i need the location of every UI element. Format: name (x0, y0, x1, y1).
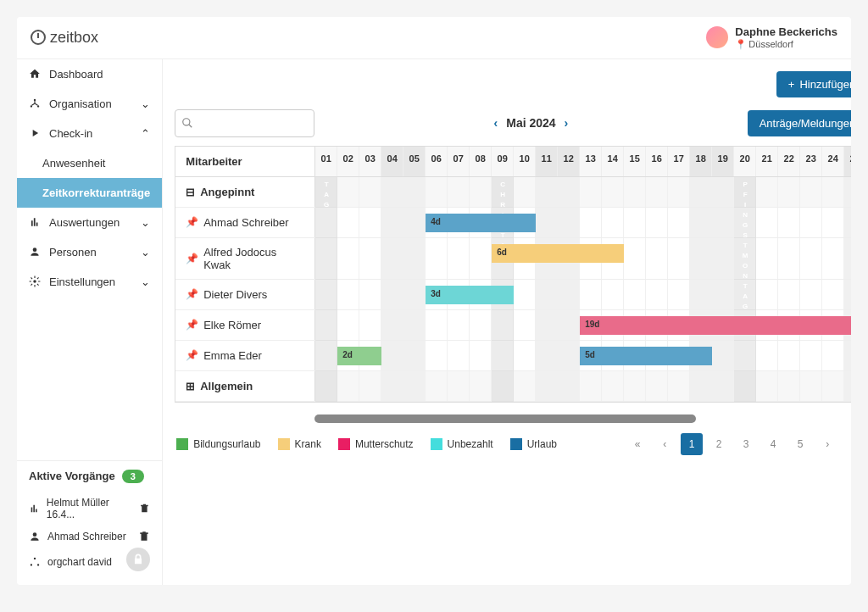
date-header[interactable]: 21 (756, 147, 778, 176)
gantt-cell[interactable] (558, 310, 580, 340)
gantt-cell[interactable] (712, 238, 734, 279)
date-header[interactable]: 03 (359, 147, 381, 176)
gantt-cell[interactable] (800, 341, 822, 370)
gantt-cell[interactable] (712, 371, 734, 401)
gantt-cell[interactable] (558, 341, 580, 370)
gantt-cell[interactable] (734, 280, 756, 309)
gantt-cell[interactable] (580, 177, 602, 207)
task-row[interactable]: Ahmad Schreiber (29, 526, 150, 548)
date-header[interactable]: 08 (470, 147, 492, 176)
gantt-cell[interactable] (602, 280, 624, 309)
date-header[interactable]: 13 (580, 147, 602, 176)
gantt-cell[interactable] (580, 208, 602, 237)
gantt-cell[interactable] (646, 238, 668, 279)
gantt-cell[interactable] (359, 177, 381, 207)
date-header[interactable]: 09 (492, 147, 514, 176)
gantt-cell[interactable] (448, 310, 470, 340)
gantt-cell[interactable] (514, 371, 536, 401)
group-pinned[interactable]: ⊟ Angepinnt (175, 177, 315, 207)
gantt-cell[interactable] (514, 310, 536, 340)
gantt-cell[interactable] (800, 208, 822, 237)
gantt-cell[interactable] (470, 310, 492, 340)
gantt-cell[interactable] (359, 310, 381, 340)
gantt-cell[interactable] (624, 177, 646, 207)
gantt-cell[interactable] (778, 238, 800, 279)
gantt-cell[interactable] (359, 280, 381, 309)
nav-organisation[interactable]: Organisation ⌄ (17, 89, 162, 119)
gantt-cell[interactable] (778, 280, 800, 309)
gantt-cell[interactable] (822, 208, 844, 237)
gantt-cell[interactable] (734, 238, 756, 279)
date-header[interactable]: 06 (426, 147, 448, 176)
gantt-cell[interactable] (734, 371, 756, 401)
gantt-cell[interactable] (426, 371, 448, 401)
gantt-cell[interactable] (381, 280, 403, 309)
gantt-cell[interactable] (315, 208, 337, 237)
gantt-cell[interactable] (624, 280, 646, 309)
task-row[interactable]: orgchart david (29, 548, 150, 576)
gantt-cell[interactable] (646, 208, 668, 237)
gantt-cell[interactable] (359, 238, 381, 279)
date-header[interactable]: 16 (646, 147, 668, 176)
gantt-cell[interactable] (756, 177, 778, 207)
gantt-cell[interactable] (403, 280, 426, 309)
gantt-cell[interactable] (337, 238, 359, 279)
gantt-cell[interactable] (558, 208, 580, 237)
requests-button[interactable]: Anträge/Meldungen (748, 110, 851, 136)
gantt-cell[interactable] (492, 371, 514, 401)
gantt-cell[interactable] (778, 341, 800, 370)
gantt-cell[interactable] (514, 177, 536, 207)
gantt-cell[interactable] (470, 177, 492, 207)
gantt-cell[interactable] (403, 177, 426, 207)
task-row[interactable]: Helmut Müller 16.4... (29, 492, 150, 526)
gantt-cell[interactable] (668, 238, 690, 279)
gantt-cell[interactable] (712, 177, 734, 207)
gantt-bar[interactable]: 19d (580, 316, 851, 335)
date-header[interactable]: 20 (734, 147, 756, 176)
gantt-cell[interactable] (602, 177, 624, 207)
gantt-cell[interactable] (492, 310, 514, 340)
gantt-cell[interactable] (448, 341, 470, 370)
gantt-cell[interactable] (822, 238, 844, 279)
gantt-cell[interactable] (690, 238, 712, 279)
gantt-cell[interactable] (712, 341, 734, 370)
user-menu[interactable]: Daphne Beckerichs 📍Düsseldorf (706, 25, 837, 50)
gantt-cell[interactable] (756, 208, 778, 237)
gantt-cell[interactable] (646, 280, 668, 309)
gantt-cell[interactable] (690, 177, 712, 207)
gantt-cell[interactable] (668, 208, 690, 237)
gantt-cell[interactable] (602, 371, 624, 401)
gantt-cell[interactable] (734, 208, 756, 237)
gantt-cell[interactable] (536, 310, 558, 340)
gantt-cell[interactable] (734, 177, 756, 207)
page-button[interactable]: 1 (681, 433, 703, 455)
gantt-cell[interactable] (315, 177, 337, 207)
gantt-cell[interactable] (381, 238, 403, 279)
gantt-cell[interactable] (690, 208, 712, 237)
gantt-cell[interactable] (800, 280, 822, 309)
gantt-cell[interactable] (381, 208, 403, 237)
page-first-button[interactable]: « (626, 433, 648, 455)
gantt-cell[interactable] (470, 341, 492, 370)
gantt-cell[interactable] (536, 341, 558, 370)
gantt-cell[interactable] (514, 341, 536, 370)
gantt-cell[interactable] (690, 280, 712, 309)
gantt-cell[interactable] (580, 280, 602, 309)
nav-personen[interactable]: Personen ⌄ (17, 237, 162, 267)
gantt-bar[interactable]: 4d (426, 214, 536, 232)
gantt-cell[interactable] (822, 371, 844, 401)
gantt-cell[interactable] (778, 371, 800, 401)
gantt-cell[interactable] (646, 177, 668, 207)
page-last-button[interactable]: » (843, 433, 851, 455)
gantt-cell[interactable] (337, 177, 359, 207)
gantt-cell[interactable] (800, 238, 822, 279)
date-header[interactable]: 10 (514, 147, 536, 176)
search-input[interactable] (175, 109, 314, 137)
gantt-cell[interactable] (536, 280, 558, 309)
gantt-cell[interactable] (403, 208, 426, 237)
gantt-cell[interactable] (403, 238, 426, 279)
page-next-button[interactable]: › (816, 433, 838, 455)
date-header[interactable]: 24 (822, 147, 844, 176)
gantt-cell[interactable] (690, 371, 712, 401)
gantt-cell[interactable] (624, 208, 646, 237)
